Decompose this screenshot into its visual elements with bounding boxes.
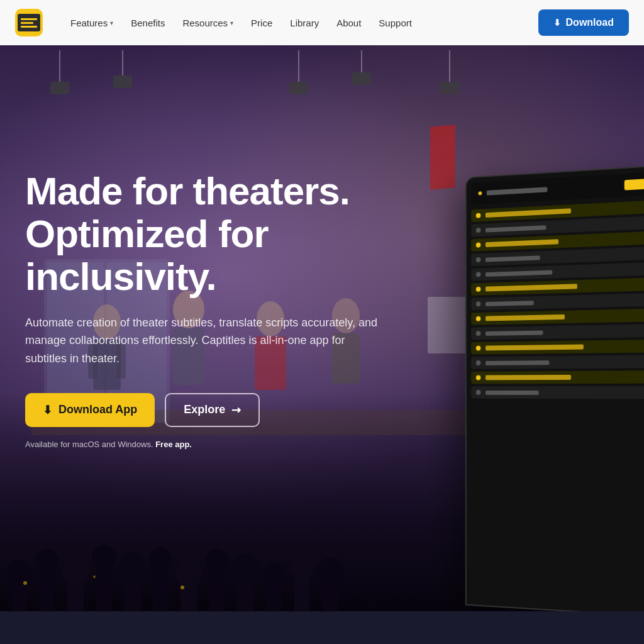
tablet-row [471,309,644,325]
download-app-label: Download App [58,403,137,416]
tablet-device [465,165,644,611]
nav-benefits-label: Benefits [131,18,165,28]
stage-decoration [430,125,455,189]
navigation: Features ▾ Benefits Resources ▾ Price Li… [0,0,644,45]
availability-platforms: Available for macOS and Windows. [25,440,153,449]
explore-button[interactable]: Explore ↗ [165,393,260,427]
hanging-light [440,50,459,101]
download-app-button[interactable]: ⬇ Download App [25,393,155,427]
nav-about-label: About [336,18,361,28]
nav-resources-label: Resources [182,18,228,28]
nav-item-support[interactable]: Support [371,13,419,33]
nav-links: Features ▾ Benefits Resources ▾ Price Li… [63,13,538,33]
tablet-row [471,340,644,355]
nav-item-resources[interactable]: Resources ▾ [175,13,241,33]
hero-section: Made for theaters. Optimized for inclusi… [0,0,644,611]
headline-line2: Optimized for inclusivity. [25,212,269,298]
download-icon: ⬇ [43,403,52,417]
availability-text: Available for macOS and Windows. Free ap… [25,440,390,449]
nav-library-label: Library [290,18,319,28]
tablet-row [471,370,644,384]
tablet-row [471,324,644,340]
explore-label: Explore [184,403,225,416]
nav-item-features[interactable]: Features ▾ [63,13,121,33]
tablet-header [471,172,644,205]
nav-features-label: Features [70,18,108,28]
tablet-screen [467,166,644,611]
nav-price-label: Price [251,18,272,28]
hero-content: Made for theaters. Optimized for inclusi… [0,45,390,611]
explore-arrow-icon: ↗ [228,402,245,418]
nav-download-icon: ⬇ [553,18,561,28]
chevron-down-icon: ▾ [110,19,113,26]
tablet-row [471,386,644,399]
tablet-row [471,293,644,310]
nav-item-about[interactable]: About [329,13,369,33]
tablet-row [471,277,644,296]
nav-support-label: Support [379,18,412,28]
chevron-down-icon: ▾ [230,19,233,26]
nav-download-label: Download [566,17,614,28]
nav-item-price[interactable]: Price [243,13,280,33]
app-logo[interactable] [15,9,43,36]
logo-icon [18,14,40,31]
hero-buttons: ⬇ Download App Explore ↗ [25,393,390,427]
hero-headline: Made for theaters. Optimized for inclusi… [25,170,390,299]
tablet-frame [465,165,644,611]
headline-line1: Made for theaters. [25,169,350,213]
svg-rect-13 [428,297,469,353]
tablet-row [471,355,644,369]
nav-item-benefits[interactable]: Benefits [123,13,172,33]
hero-subtext: Automate creation of theater subtitles, … [25,314,377,368]
availability-free: Free app. [155,440,192,449]
nav-item-library[interactable]: Library [282,13,326,33]
nav-download-button[interactable]: ⬇ Download [538,9,629,36]
